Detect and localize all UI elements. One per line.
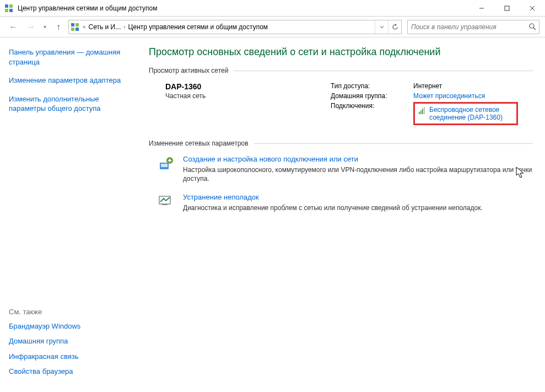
svg-rect-19	[161, 164, 168, 167]
search-button[interactable]	[526, 20, 539, 34]
section-change-label: Изменение сетевых параметров	[149, 139, 249, 147]
content: Просмотр основных сведений о сети и наст…	[132, 37, 545, 392]
homegroup-link[interactable]: Может присоединиться	[413, 92, 485, 100]
svg-rect-15	[420, 110, 422, 114]
action-troubleshoot: Устранение неполадок Диагностика и испра…	[158, 193, 533, 212]
network-details: Тип доступа: Интернет Домашняя группа: М…	[331, 82, 533, 127]
breadcrumb-current[interactable]: Центр управления сетями и общим доступом	[127, 23, 269, 31]
connection-highlight-box: Беспроводное сетевое соединение (DAP-136…	[413, 102, 518, 125]
close-button[interactable]	[520, 0, 545, 17]
sidebar-link-sharing[interactable]: Изменить дополнительные параметры общего…	[9, 94, 123, 114]
svg-rect-22	[169, 159, 170, 162]
address-dropdown-button[interactable]	[375, 20, 388, 34]
section-active-label: Просмотр активных сетей	[149, 67, 228, 74]
chevron-right-icon: ›	[122, 24, 127, 30]
sidebar-link-home[interactable]: Панель управления — домашняя страница	[9, 47, 123, 67]
section-change-params: Изменение сетевых параметров	[149, 139, 533, 147]
see-also-infrared[interactable]: Инфракрасная связь	[9, 352, 123, 362]
section-active-networks: Просмотр активных сетей	[149, 67, 533, 74]
see-also-firewall[interactable]: Брандмауэр Windows	[9, 321, 123, 331]
action-new-desc: Настройка широкополосного, коммутируемог…	[183, 165, 533, 183]
search-input[interactable]	[408, 23, 526, 31]
chevron-left-icon: «	[81, 24, 88, 30]
svg-rect-5	[505, 6, 509, 10]
see-also-browser[interactable]: Свойства браузера	[9, 367, 123, 377]
action-new-title[interactable]: Создание и настройка нового подключения …	[183, 155, 533, 163]
svg-rect-16	[422, 109, 423, 114]
svg-point-12	[530, 24, 534, 28]
sidebar: Панель управления — домашняя страница Из…	[0, 37, 132, 392]
sidebar-link-adapter[interactable]: Изменение параметров адаптера	[9, 76, 123, 85]
divider	[234, 71, 533, 71]
svg-rect-17	[424, 107, 425, 114]
minimize-button[interactable]	[469, 0, 494, 17]
breadcrumb-root[interactable]: Сеть и И...	[88, 23, 122, 31]
svg-rect-0	[5, 4, 8, 8]
action-troubleshoot-desc: Диагностика и исправление проблем с сеть…	[183, 203, 483, 212]
network-center-icon	[4, 4, 13, 13]
refresh-button[interactable]	[388, 20, 401, 34]
svg-rect-1	[9, 4, 13, 8]
action-troubleshoot-title[interactable]: Устранение неполадок	[183, 193, 483, 201]
up-button[interactable]: ↑	[51, 19, 66, 35]
titlebar: Центр управления сетями и общим доступом	[0, 0, 545, 17]
access-type-value: Интернет	[413, 82, 442, 90]
svg-rect-8	[71, 23, 74, 26]
see-also-homegroup[interactable]: Домашняя группа	[9, 336, 123, 346]
svg-rect-10	[71, 28, 74, 31]
see-also-header: См. также	[9, 308, 123, 316]
svg-rect-25	[162, 204, 168, 205]
connection-link[interactable]: Беспроводное сетевое соединение (DAP-136…	[429, 106, 512, 121]
wifi-signal-icon	[418, 107, 426, 115]
navbar: ← → ▾ ↑ « Сеть и И... › Центр управления…	[0, 17, 545, 37]
back-button[interactable]: ←	[6, 19, 21, 35]
window-controls	[469, 0, 545, 17]
network-name: DAP-1360	[165, 82, 331, 91]
svg-rect-2	[5, 9, 8, 12]
page-heading: Просмотр основных сведений о сети и наст…	[149, 46, 533, 58]
network-info: DAP-1360 Частная сеть	[149, 82, 331, 127]
connections-label: Подключения:	[331, 102, 413, 110]
new-connection-icon	[158, 155, 175, 173]
svg-rect-14	[419, 112, 420, 114]
window-title: Центр управления сетями и общим доступом	[18, 4, 469, 12]
maximize-button[interactable]	[494, 0, 520, 17]
svg-rect-3	[9, 9, 13, 12]
action-new-connection: Создание и настройка нового подключения …	[158, 155, 533, 183]
svg-rect-11	[75, 28, 79, 31]
search-bar	[407, 20, 539, 34]
address-bar[interactable]: « Сеть и И... › Центр управления сетями …	[68, 20, 402, 34]
network-type: Частная сеть	[165, 92, 331, 100]
divider	[254, 143, 533, 144]
network-center-icon	[69, 23, 81, 31]
forward-button[interactable]: →	[23, 19, 39, 35]
access-type-label: Тип доступа:	[331, 82, 413, 90]
troubleshoot-icon	[158, 193, 175, 211]
recent-locations-button[interactable]: ▾	[41, 19, 48, 35]
main: Панель управления — домашняя страница Из…	[0, 37, 545, 392]
svg-line-13	[533, 28, 536, 30]
homegroup-label: Домашняя группа:	[331, 92, 413, 100]
svg-rect-9	[75, 23, 79, 26]
active-network-block: DAP-1360 Частная сеть Тип доступа: Интер…	[149, 82, 533, 127]
